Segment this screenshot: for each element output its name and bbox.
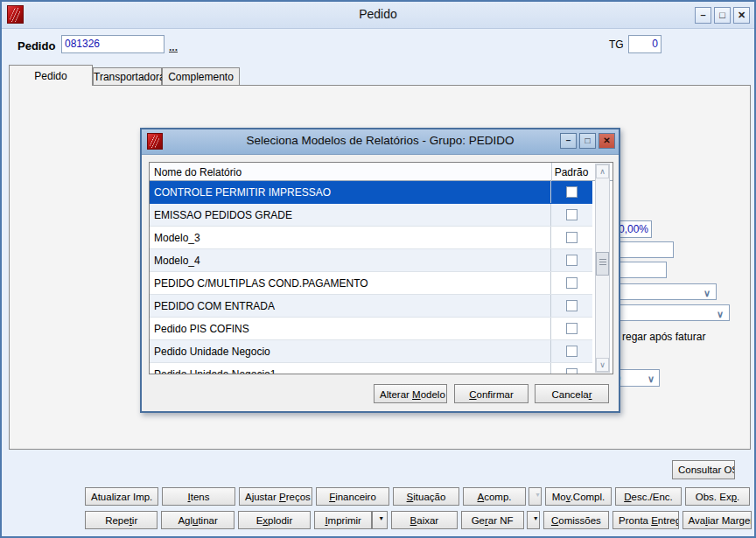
close-icon[interactable]: ✕ xyxy=(733,7,750,24)
pedido-number-label: Pedido xyxy=(18,39,55,52)
consultar-os-button[interactable]: Consultar OS xyxy=(672,460,735,479)
report-name: PEDIDO COM ENTRADA xyxy=(150,295,550,317)
action-baixar-button[interactable]: Baixar xyxy=(391,511,457,529)
action-comiss-es-button[interactable]: Comissões xyxy=(543,511,609,529)
table-row[interactable]: CONTROLE PERMITIR IMPRESSAO xyxy=(150,181,592,204)
cancelar-button[interactable]: Cancelar xyxy=(535,384,609,403)
scrollbar-thumb[interactable] xyxy=(596,252,609,276)
chevron-down-icon: ∨ xyxy=(648,372,654,386)
padrao-cell xyxy=(550,318,592,339)
action-pronta-entrega-button[interactable]: Pronta Entrega xyxy=(612,511,678,529)
tg-input[interactable]: 0 xyxy=(628,35,662,53)
padrao-cell xyxy=(550,272,592,294)
padrao-cell xyxy=(550,181,592,203)
pedido-lookup-button[interactable]: ... xyxy=(169,41,178,53)
action-financeiro-button[interactable]: Financeiro xyxy=(316,487,389,506)
report-name: Pedido PIS COFINS xyxy=(150,318,550,339)
confirmar-button[interactable]: Confirmar xyxy=(454,384,528,403)
report-table-header: Nome do Relatório Padrão xyxy=(150,163,612,181)
action-repetir-button[interactable]: Repetir xyxy=(85,511,158,529)
scroll-down-icon[interactable]: ∨ xyxy=(596,358,609,372)
report-name: EMISSAO PEDIDOS GRADE xyxy=(150,204,550,226)
fragment-dropdown-1[interactable]: al∨ xyxy=(606,283,717,300)
padrao-cell xyxy=(550,295,592,317)
dialog-maximize-icon[interactable]: □ xyxy=(579,133,596,149)
fragment-dropdown-2[interactable]: ∨ xyxy=(606,304,730,321)
dialog-title: Seleciona Modelos de Relatórios - Grupo:… xyxy=(142,134,619,147)
action-imprimir-group: Imprimir xyxy=(314,511,388,529)
dialog-actions: Alterar ModeloConfirmarCancelar xyxy=(142,384,619,403)
action-avaliar-margem-button[interactable]: Avaliar Margem xyxy=(682,511,752,529)
padrao-cell xyxy=(550,363,592,374)
table-row[interactable]: Modelo_3 xyxy=(150,227,592,249)
table-row[interactable]: Pedido PIS COFINS xyxy=(150,318,592,340)
tg-label: TG xyxy=(609,38,624,51)
tab-pedido[interactable]: Pedido xyxy=(9,65,93,86)
action-gerar-nf-group: Gerar NF xyxy=(461,511,540,529)
report-name: Pedido Unidade Negocio xyxy=(150,340,550,362)
pedido-number-input[interactable]: 081326 xyxy=(61,35,164,53)
padrao-checkbox[interactable] xyxy=(566,323,578,334)
padrao-checkbox[interactable] xyxy=(566,346,578,357)
window-title: Pedido xyxy=(2,7,754,21)
table-row[interactable]: PEDIDO C/MULTIPLAS COND.PAGAMENTO xyxy=(150,272,592,295)
table-row[interactable]: Modelo_4 xyxy=(150,249,592,272)
action-obs-exp-button[interactable]: Obs. Exp. xyxy=(685,487,750,506)
scroll-up-icon[interactable]: ∧ xyxy=(596,164,609,178)
action-mov-compl-button[interactable]: Mov.Compl. xyxy=(545,487,612,506)
report-name: PEDIDO C/MULTIPLAS COND.PAGAMENTO xyxy=(150,272,550,294)
padrao-cell xyxy=(550,227,592,248)
padrao-cell xyxy=(550,340,592,362)
padrao-cell xyxy=(550,249,592,271)
dropdown-arrow-icon[interactable] xyxy=(527,511,540,529)
action-acomp-group: Acomp. xyxy=(463,487,542,506)
action-explodir-button[interactable]: Explodir xyxy=(238,511,311,529)
report-model-dialog: Seleciona Modelos de Relatórios - Grupo:… xyxy=(140,128,620,413)
tab-transportadora[interactable]: Transportadora xyxy=(93,67,162,86)
table-row[interactable]: Pedido Unidade Negocio1 xyxy=(150,363,592,374)
dropdown-arrow-icon[interactable] xyxy=(372,511,388,529)
action-itens-button[interactable]: Itens xyxy=(162,487,235,506)
minimize-icon[interactable]: – xyxy=(695,7,711,24)
vertical-scrollbar[interactable]: ∧ ∨ xyxy=(595,164,610,373)
table-row[interactable]: Pedido Unidade Negocio xyxy=(150,340,592,363)
padrao-checkbox[interactable] xyxy=(566,232,578,243)
report-name: CONTROLE PERMITIR IMPRESSAO xyxy=(150,181,550,203)
report-name: Modelo_4 xyxy=(150,249,550,271)
report-table: Nome do Relatório Padrão CONTROLE PERMIT… xyxy=(149,162,613,374)
column-header-padrao: Padrão xyxy=(551,163,591,181)
chevron-down-icon: ∨ xyxy=(704,286,710,300)
padrao-checkbox[interactable] xyxy=(566,368,578,374)
padrao-checkbox[interactable] xyxy=(566,277,578,289)
padrao-checkbox[interactable] xyxy=(566,300,578,311)
action-gerar-nf-button[interactable]: Gerar NF xyxy=(461,511,524,529)
action-acomp-button[interactable]: Acomp. xyxy=(463,487,526,506)
column-header-nome: Nome do Relatório xyxy=(154,166,242,178)
action-ajustar-pre-os-button[interactable]: Ajustar Preços xyxy=(239,487,312,506)
padrao-checkbox[interactable] xyxy=(566,209,578,220)
action-row-2: RepetirAglutinarExplodirImprimirBaixarGe… xyxy=(85,511,752,529)
padrao-checkbox[interactable] xyxy=(566,255,578,266)
dialog-title-bar[interactable]: Seleciona Modelos de Relatórios - Grupo:… xyxy=(142,129,619,155)
title-bar: Pedido – □ ✕ xyxy=(2,2,754,29)
action-imprimir-button[interactable]: Imprimir xyxy=(314,511,372,529)
dropdown-arrow-icon[interactable] xyxy=(528,487,542,506)
pedido-window: Pedido – □ ✕ Pedido 081326 ... TG 0 Pedi… xyxy=(0,0,756,538)
action-aglutinar-button[interactable]: Aglutinar xyxy=(161,511,234,529)
maximize-icon[interactable]: □ xyxy=(714,7,731,24)
tab-complemento[interactable]: Complemento xyxy=(162,67,240,86)
action-situa-o-button[interactable]: Situação xyxy=(393,487,459,506)
action-atualizar-imp-button[interactable]: Atualizar Imp. xyxy=(85,487,158,506)
table-row[interactable]: PEDIDO COM ENTRADA xyxy=(150,295,592,318)
padrao-checkbox[interactable] xyxy=(566,186,578,198)
report-name: Modelo_3 xyxy=(150,227,550,248)
entregar-apos-faturar-label: regar após faturar xyxy=(622,331,705,343)
padrao-cell xyxy=(550,204,592,226)
table-row[interactable]: EMISSAO PEDIDOS GRADE xyxy=(150,204,592,227)
action-desc-enc-button[interactable]: Desc./Enc. xyxy=(615,487,682,506)
alterar-modelo-button[interactable]: Alterar Modelo xyxy=(374,384,447,403)
dialog-minimize-icon[interactable]: – xyxy=(560,133,577,149)
chevron-down-icon: ∨ xyxy=(717,307,724,321)
dialog-close-icon[interactable]: ✕ xyxy=(598,133,615,149)
action-row-1: Atualizar Imp.ItensAjustar PreçosFinance… xyxy=(85,487,752,506)
